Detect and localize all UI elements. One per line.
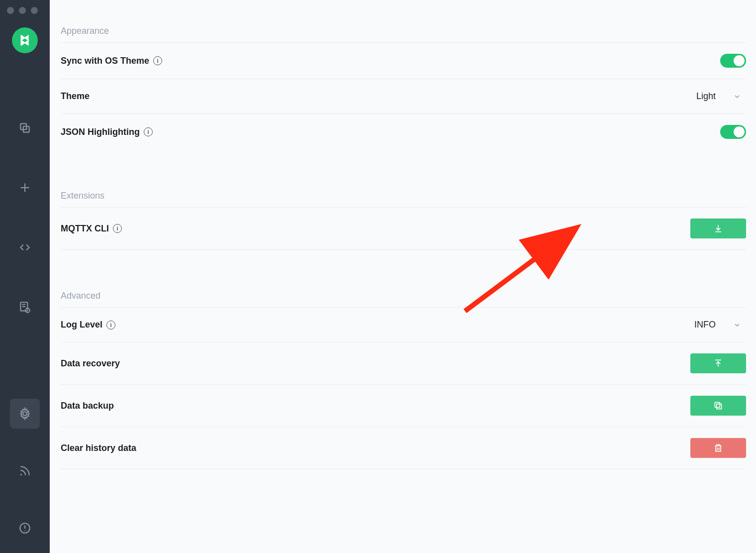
data-backup-label: Data backup <box>61 401 114 411</box>
sync-os-theme-toggle[interactable] <box>720 54 746 68</box>
section-appearance: Appearance Sync with OS Theme i Theme Li… <box>61 20 746 150</box>
copy-icon <box>713 401 723 411</box>
setting-row-json-highlighting: JSON Highlighting i <box>61 113 746 150</box>
document-clock-icon <box>18 301 31 314</box>
window-controls <box>7 7 38 14</box>
theme-label: Theme <box>61 91 90 102</box>
json-highlighting-label: JSON Highlighting <box>61 127 140 137</box>
mqttx-cli-download-button[interactable] <box>690 219 746 238</box>
theme-value: Light <box>696 91 716 102</box>
logo-icon <box>17 33 32 48</box>
plus-icon <box>18 181 31 194</box>
log-level-label: Log Level <box>61 320 102 330</box>
svg-point-9 <box>20 474 22 475</box>
sync-os-theme-label: Sync with OS Theme <box>61 56 149 66</box>
window-maximize-dot[interactable] <box>31 7 38 14</box>
settings-main: Appearance Sync with OS Theme i Theme Li… <box>50 0 756 553</box>
setting-row-log-level: Log Level i INFO <box>61 307 746 342</box>
info-icon[interactable]: i <box>144 127 153 136</box>
setting-row-mqttx-cli: MQTTX CLI i <box>61 207 746 249</box>
chevron-down-icon <box>733 321 741 329</box>
app-logo <box>12 27 38 53</box>
download-icon <box>713 223 723 233</box>
setting-label: JSON Highlighting i <box>61 127 153 137</box>
sidebar-item-connections[interactable] <box>10 113 40 143</box>
section-extensions: Extensions MQTTX CLI i <box>61 185 746 250</box>
gear-icon <box>18 407 31 420</box>
window-close-dot[interactable] <box>7 7 14 14</box>
section-title-extensions: Extensions <box>61 185 746 207</box>
info-icon[interactable]: i <box>153 56 162 65</box>
log-level-select[interactable]: INFO <box>694 320 746 330</box>
setting-row-data-backup: Data backup <box>61 384 746 427</box>
data-recovery-label: Data recovery <box>61 358 120 369</box>
sidebar <box>0 0 50 553</box>
trash-icon <box>713 443 723 453</box>
svg-point-12 <box>24 531 25 532</box>
data-backup-button[interactable] <box>690 396 746 416</box>
section-title-appearance: Appearance <box>61 20 746 42</box>
sidebar-item-new[interactable] <box>10 173 40 203</box>
setting-label: Theme <box>61 91 90 102</box>
setting-row-theme: Theme Light <box>61 79 746 113</box>
section-title-advanced: Advanced <box>61 285 746 307</box>
theme-select[interactable]: Light <box>696 91 746 102</box>
setting-row-data-recovery: Data recovery <box>61 342 746 384</box>
info-icon[interactable]: i <box>113 224 122 233</box>
upload-icon <box>713 358 723 368</box>
setting-row-sync-os-theme: Sync with OS Theme i <box>61 42 746 79</box>
setting-row-clear-history: Clear history data <box>61 427 746 469</box>
window-minimize-dot[interactable] <box>19 7 26 14</box>
rss-icon <box>18 464 31 477</box>
setting-label: Data recovery <box>61 358 120 369</box>
setting-label: Sync with OS Theme i <box>61 56 162 66</box>
copy-icon <box>18 121 31 134</box>
svg-point-8 <box>23 412 27 416</box>
chevron-down-icon <box>733 93 741 101</box>
sidebar-item-about[interactable] <box>10 513 40 543</box>
setting-label: MQTTX CLI i <box>61 223 122 234</box>
clear-history-label: Clear history data <box>61 443 136 453</box>
sidebar-item-settings[interactable] <box>10 399 40 429</box>
data-recovery-button[interactable] <box>690 353 746 373</box>
alert-icon <box>18 522 31 535</box>
setting-label: Clear history data <box>61 443 136 453</box>
sidebar-item-logs[interactable] <box>10 292 40 322</box>
log-level-value: INFO <box>694 320 716 330</box>
setting-label: Log Level i <box>61 320 115 330</box>
clear-history-button[interactable] <box>690 438 746 458</box>
sidebar-item-feed[interactable] <box>10 456 40 486</box>
sidebar-item-scripts[interactable] <box>10 232 40 262</box>
json-highlighting-toggle[interactable] <box>720 125 746 139</box>
svg-rect-18 <box>717 404 722 409</box>
section-advanced: Advanced Log Level i INFO Data recovery … <box>61 285 746 469</box>
code-icon <box>18 241 31 254</box>
info-icon[interactable]: i <box>106 321 115 330</box>
setting-label: Data backup <box>61 401 114 411</box>
svg-rect-17 <box>715 402 720 407</box>
mqttx-cli-label: MQTTX CLI <box>61 223 109 234</box>
